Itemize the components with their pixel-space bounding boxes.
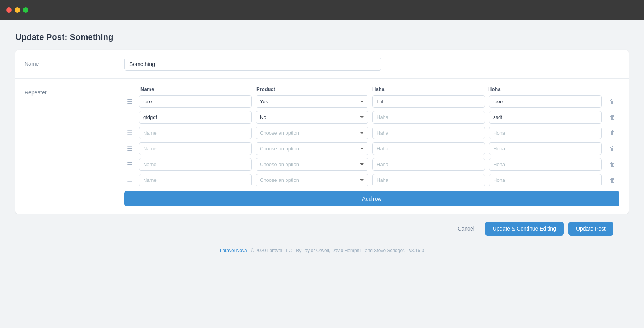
delete-col-header bbox=[604, 86, 618, 92]
titlebar bbox=[0, 0, 644, 20]
delete-row-button[interactable]: 🗑 bbox=[606, 97, 619, 107]
name-input[interactable] bbox=[124, 58, 381, 71]
repeater-label: Repeater bbox=[25, 86, 124, 96]
col-name-header: Name bbox=[140, 86, 253, 92]
footer-text: · © 2020 Laravel LLC - By Taylor Otwell,… bbox=[248, 248, 424, 253]
row-name-input[interactable] bbox=[139, 142, 252, 155]
row-name-input[interactable] bbox=[139, 111, 252, 124]
repeater-field-row: Repeater Name Product Haha Hoha ☰ Choose bbox=[15, 79, 629, 214]
delete-row-button[interactable]: 🗑 bbox=[606, 128, 619, 138]
delete-row-button[interactable]: 🗑 bbox=[606, 144, 619, 154]
repeater-content: Name Product Haha Hoha ☰ Choose an optio… bbox=[124, 86, 619, 206]
row-hoha-input[interactable] bbox=[489, 174, 602, 186]
col-haha-header: Haha bbox=[372, 86, 484, 92]
row-hoha-input[interactable] bbox=[489, 158, 602, 171]
row-name-input[interactable] bbox=[139, 127, 252, 139]
row-hoha-input[interactable] bbox=[489, 111, 602, 124]
row-hoha-input[interactable] bbox=[489, 142, 602, 155]
add-row-button[interactable]: Add row bbox=[124, 191, 619, 206]
table-row: ☰ Choose an option Yes No Maybe 🗑 bbox=[124, 142, 619, 155]
laravel-nova-link[interactable]: Laravel Nova bbox=[220, 248, 247, 253]
delete-row-button[interactable]: 🗑 bbox=[606, 160, 619, 170]
table-row: ☰ Choose an option Yes No Maybe 🗑 bbox=[124, 158, 619, 171]
update-post-button[interactable]: Update Post bbox=[568, 222, 613, 236]
drag-handle-icon[interactable]: ☰ bbox=[124, 129, 135, 137]
row-haha-input[interactable] bbox=[372, 127, 485, 139]
row-haha-input[interactable] bbox=[372, 95, 485, 108]
table-row: ☰ Choose an option Yes No Maybe 🗑 bbox=[124, 111, 619, 124]
row-product-select[interactable]: Choose an option Yes No Maybe bbox=[256, 158, 368, 171]
footer-actions: Cancel Update & Continue Editing Update … bbox=[15, 214, 629, 243]
cancel-button[interactable]: Cancel bbox=[451, 223, 481, 235]
update-continue-button[interactable]: Update & Continue Editing bbox=[485, 222, 564, 236]
page-title: Update Post: Something bbox=[15, 32, 629, 42]
row-haha-input[interactable] bbox=[372, 111, 485, 124]
name-field-content bbox=[124, 58, 619, 71]
close-traffic-light[interactable] bbox=[6, 7, 12, 13]
row-hoha-input[interactable] bbox=[489, 95, 602, 108]
name-field-row: Name bbox=[15, 50, 629, 79]
col-hoha-header: Hoha bbox=[488, 86, 600, 92]
row-haha-input[interactable] bbox=[372, 158, 485, 171]
row-product-select[interactable]: Choose an option Yes No Maybe bbox=[256, 127, 368, 139]
form-card: Name Repeater Name Product Haha Hoha bbox=[15, 50, 629, 214]
drag-handle-icon[interactable]: ☰ bbox=[124, 114, 135, 121]
row-haha-input[interactable] bbox=[372, 174, 485, 186]
repeater-header: Name Product Haha Hoha bbox=[124, 86, 619, 92]
minimize-traffic-light[interactable] bbox=[15, 7, 20, 13]
row-product-select[interactable]: Choose an option Yes No Maybe bbox=[256, 174, 368, 186]
delete-row-button[interactable]: 🗑 bbox=[606, 112, 619, 122]
table-row: ☰ Choose an option Yes No Maybe 🗑 bbox=[124, 127, 619, 139]
row-hoha-input[interactable] bbox=[489, 127, 602, 139]
drag-handle-icon[interactable]: ☰ bbox=[124, 161, 135, 168]
site-footer: Laravel Nova · © 2020 Laravel LLC - By T… bbox=[15, 243, 629, 258]
row-product-select[interactable]: Choose an option Yes No Maybe bbox=[256, 95, 368, 108]
drag-handle-icon[interactable]: ☰ bbox=[124, 98, 135, 105]
maximize-traffic-light[interactable] bbox=[23, 7, 28, 13]
row-product-select[interactable]: Choose an option Yes No Maybe bbox=[256, 142, 368, 155]
drag-handle-icon[interactable]: ☰ bbox=[124, 176, 135, 184]
main-content: Update Post: Something Name Repeater Nam… bbox=[0, 20, 644, 328]
name-label: Name bbox=[25, 58, 124, 67]
col-product-header: Product bbox=[256, 86, 368, 92]
delete-row-button[interactable]: 🗑 bbox=[606, 175, 619, 185]
table-row: ☰ Choose an option Yes No Maybe 🗑 bbox=[124, 174, 619, 186]
row-haha-input[interactable] bbox=[372, 142, 485, 155]
row-name-input[interactable] bbox=[139, 95, 252, 108]
table-row: ☰ Choose an option Yes No Maybe 🗑 bbox=[124, 95, 619, 108]
drag-handle-icon[interactable]: ☰ bbox=[124, 145, 135, 152]
row-name-input[interactable] bbox=[139, 174, 252, 186]
row-product-select[interactable]: Choose an option Yes No Maybe bbox=[256, 111, 368, 124]
drag-col-header bbox=[126, 86, 137, 92]
row-name-input[interactable] bbox=[139, 158, 252, 171]
